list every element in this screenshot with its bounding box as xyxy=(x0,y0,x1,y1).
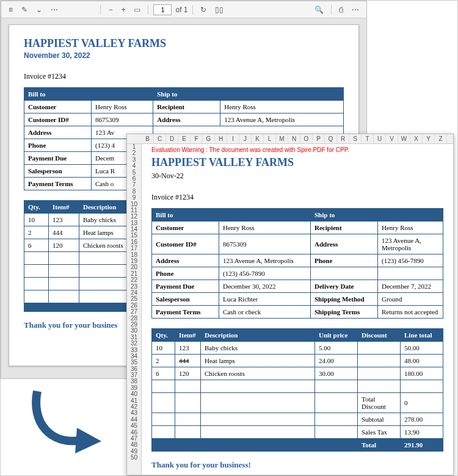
xl-desc-hdr: Description xyxy=(201,329,315,342)
xl-unit-hdr: Unit price xyxy=(315,329,358,342)
freehand-icon[interactable]: ✎ xyxy=(19,4,30,15)
column-header[interactable]: S xyxy=(349,134,362,143)
xl-terms: Cash or check xyxy=(219,306,311,319)
xl-phone: (123) 456-7890 xyxy=(219,267,311,280)
column-header[interactable]: F xyxy=(191,134,203,143)
xl-ship-phone-label: Phone xyxy=(311,254,378,267)
xl-phone-label: Phone xyxy=(152,267,219,280)
recipient-value: Henry Ross xyxy=(220,101,344,114)
xl-paydue: December 30, 2022 xyxy=(219,280,311,293)
column-header[interactable]: B xyxy=(142,134,154,143)
xl-custid: 8675309 xyxy=(219,234,311,254)
xl-shipterms: Returns not accepted xyxy=(378,306,443,319)
spread-icon[interactable]: ▯▯ xyxy=(213,4,226,15)
column-header[interactable]: Z xyxy=(435,134,447,143)
custid-label: Customer ID# xyxy=(24,114,92,126)
excel-window: BCDEFGHIJKLMNOPQRSTUVWXYZ 12345678910111… xyxy=(126,134,454,475)
column-header[interactable]: O xyxy=(300,134,313,143)
dropdown-icon[interactable]: ⌄ xyxy=(34,4,45,15)
column-header[interactable]: K xyxy=(252,134,264,143)
paydue-label: Payment Due xyxy=(24,152,92,165)
zoom-out-icon[interactable]: − xyxy=(106,4,115,15)
print-icon[interactable]: ⎙ xyxy=(336,4,346,15)
xl-linetot-hdr: Line total xyxy=(401,329,443,342)
row-header[interactable]: 9 xyxy=(127,195,141,201)
row-header[interactable]: 27 xyxy=(127,309,141,315)
excel-column-headers: BCDEFGHIJKLMNOPQRSTUVWXYZ xyxy=(127,134,453,144)
address-label: Address xyxy=(24,126,92,139)
recipient-label: Recipient xyxy=(153,101,220,114)
xl-recipient: Henry Ross xyxy=(378,222,443,234)
xl-method-label: Shipping Method xyxy=(311,293,378,306)
xl-address: 123 Avenue A, Metropolis xyxy=(219,254,311,267)
xl-disc-hdr: Discount xyxy=(358,329,401,342)
column-header[interactable]: J xyxy=(239,134,252,143)
billto-header: Bill to xyxy=(24,88,153,101)
rotate-icon[interactable]: ↻ xyxy=(198,4,209,15)
page-number-input[interactable] xyxy=(153,4,172,15)
table-row: 6 120 Chicken roosts 30.00 180.00 xyxy=(152,367,443,380)
column-header[interactable]: X xyxy=(410,134,423,143)
column-header[interactable]: M xyxy=(276,134,288,143)
xl-qty-hdr: Qty. xyxy=(152,329,175,342)
xl-billto-table: Bill to Ship to Customer Henry Ross Reci… xyxy=(151,208,443,319)
more-icon[interactable]: ⋯ xyxy=(48,4,60,15)
xl-ship-address: 123 Avenue A, Metropolis xyxy=(378,234,443,254)
custid-value: 8675309 xyxy=(92,114,153,126)
column-header[interactable]: V xyxy=(386,134,398,143)
row-header[interactable]: 32 xyxy=(127,341,141,347)
outline-icon[interactable]: ≡ xyxy=(6,4,15,15)
column-header[interactable]: G xyxy=(203,134,215,143)
search-icon[interactable]: 🔍 xyxy=(312,4,326,15)
column-header[interactable]: P xyxy=(313,134,325,143)
xl-terms-label: Payment Terms xyxy=(152,306,219,319)
xl-address-label: Address xyxy=(152,254,219,267)
column-header[interactable]: D xyxy=(166,134,178,143)
total-row: Total291.90 xyxy=(152,439,443,452)
xl-recipient-label: Recipient xyxy=(311,222,378,234)
column-header[interactable]: H xyxy=(215,134,227,143)
xl-title: HAPPIEST VALLEY FARMS xyxy=(151,156,443,169)
pdf-date: November 30, 2022 xyxy=(24,51,344,60)
xl-shipto-header: Ship to xyxy=(311,209,443,222)
xl-sales: Luca Richter xyxy=(219,293,311,306)
excel-row-headers: 1234567891011121314151617181920212223242… xyxy=(127,144,142,475)
xl-ship-address-label: Address xyxy=(311,234,378,254)
xl-item-hdr: Item# xyxy=(175,329,201,342)
column-header[interactable]: R xyxy=(337,134,349,143)
xl-invoice-number: Invoice #1234 xyxy=(151,193,443,202)
row-header[interactable]: 50 xyxy=(127,455,141,461)
xl-sales-label: Salesperson xyxy=(152,293,219,306)
more2-icon[interactable]: ⋯ xyxy=(349,4,362,15)
fit-icon[interactable]: ▭ xyxy=(131,4,143,15)
table-row: 2 444 Heat lamps 24.00 48.00 xyxy=(152,355,443,367)
xl-ship-phone: (123) 456-7890 xyxy=(378,254,443,267)
xl-delivery: December 7, 2022 xyxy=(378,280,443,293)
customer-value: Henry Ross xyxy=(92,101,153,114)
column-header[interactable]: T xyxy=(362,134,374,143)
xl-billto-header: Bill to xyxy=(152,209,311,222)
pdf-invoice-number: Invoice #1234 xyxy=(24,72,344,81)
column-header[interactable]: L xyxy=(264,134,276,143)
xl-custid-label: Customer ID# xyxy=(152,234,219,254)
ship-address-label: Address xyxy=(153,114,220,126)
zoom-in-icon[interactable]: + xyxy=(118,4,128,15)
ship-address-value: 123 Avenue A, Metropolis xyxy=(220,114,344,126)
column-header[interactable]: Q xyxy=(325,134,337,143)
conversion-arrow-icon xyxy=(25,385,104,458)
column-header[interactable]: C xyxy=(154,134,166,143)
evaluation-warning: Evaluation Warning : The document was cr… xyxy=(151,146,349,153)
xl-method: Ground xyxy=(378,293,443,306)
phone-label: Phone xyxy=(24,139,92,152)
column-header[interactable]: U xyxy=(374,134,386,143)
column-header[interactable]: I xyxy=(227,134,239,143)
xl-date: 30-Nov-22 xyxy=(151,171,443,181)
page-count-label: of 1 xyxy=(175,5,187,14)
column-header[interactable]: E xyxy=(178,134,191,143)
xl-shipterms-label: Shipping Terms xyxy=(311,306,378,319)
column-header[interactable]: N xyxy=(288,134,300,143)
column-header[interactable]: W xyxy=(398,134,410,143)
qty-header: Qty. xyxy=(24,201,49,214)
column-header[interactable]: Y xyxy=(423,134,435,143)
row-header[interactable]: 4 xyxy=(127,163,141,169)
